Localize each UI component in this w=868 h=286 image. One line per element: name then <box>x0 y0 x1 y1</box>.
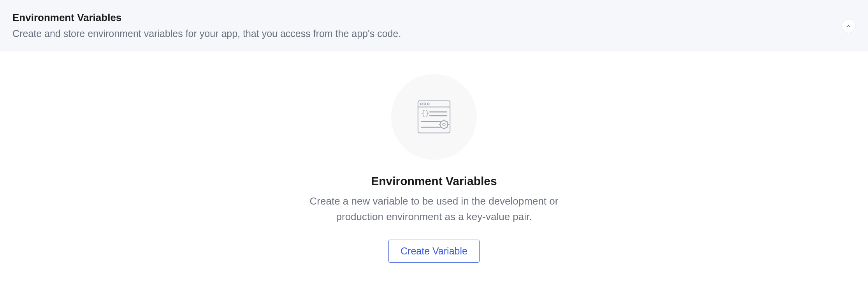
header-text-block: Environment Variables Create and store e… <box>12 12 401 41</box>
svg-text:{}: {} <box>421 109 429 117</box>
collapse-toggle-button[interactable] <box>842 19 856 33</box>
section-header: Environment Variables Create and store e… <box>0 0 868 51</box>
empty-state-title: Environment Variables <box>371 175 497 188</box>
code-window-icon: {} <box>415 98 453 136</box>
empty-state-icon-circle: {} <box>391 74 477 160</box>
empty-state-description: Create a new variable to be used in the … <box>298 193 570 225</box>
svg-point-11 <box>443 123 445 126</box>
section-title: Environment Variables <box>12 12 401 24</box>
section-subtitle: Create and store environment variables f… <box>12 27 401 41</box>
svg-point-3 <box>424 103 426 105</box>
svg-line-16 <box>446 121 447 122</box>
svg-line-18 <box>446 127 447 128</box>
svg-point-4 <box>427 103 429 105</box>
create-variable-button[interactable]: Create Variable <box>388 240 480 263</box>
chevron-up-icon <box>845 23 852 29</box>
svg-line-19 <box>440 127 441 128</box>
empty-state: {} Environment Variables Create a new va… <box>0 51 868 278</box>
svg-point-2 <box>420 103 422 105</box>
svg-line-17 <box>440 121 441 122</box>
